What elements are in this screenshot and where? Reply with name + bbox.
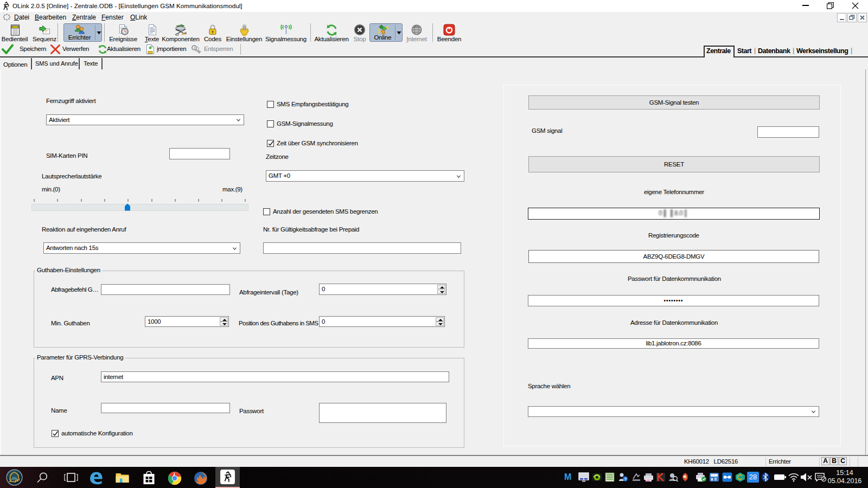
svg-text:?: ? (624, 477, 627, 481)
